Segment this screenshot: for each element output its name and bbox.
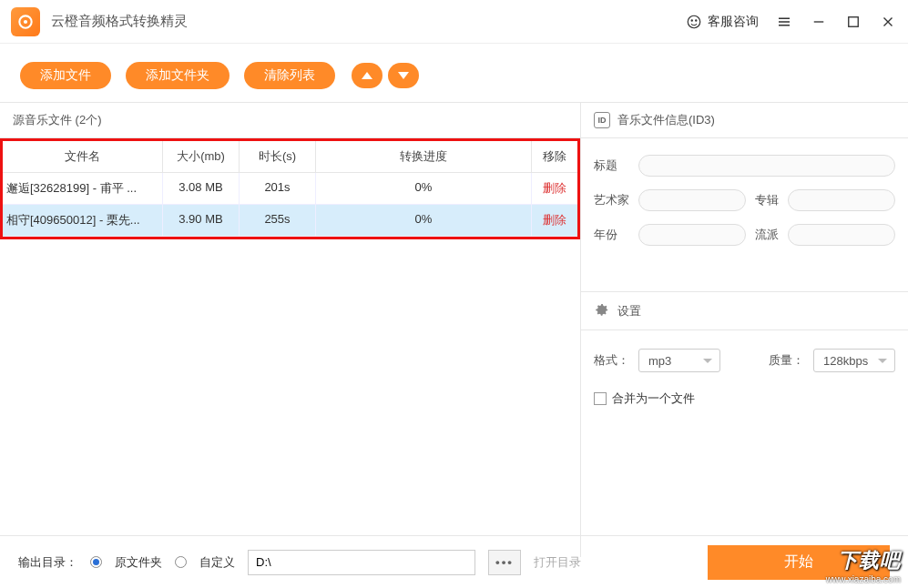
browse-button[interactable]: ••• — [488, 550, 521, 575]
col-progress: 转换进度 — [316, 141, 532, 172]
table-row[interactable]: 邂逅[32628199] - 甫平 ... 3.08 MB 201s 0% 删除 — [3, 173, 577, 205]
genre-field[interactable] — [788, 224, 895, 246]
title-field[interactable] — [638, 155, 895, 177]
output-dir-label: 输出目录： — [18, 554, 77, 571]
support-button[interactable]: 客服咨询 — [686, 14, 759, 30]
album-field[interactable] — [788, 189, 895, 211]
cell-duration: 255s — [240, 205, 316, 236]
year-label: 年份 — [594, 227, 629, 243]
radio-original-folder[interactable] — [90, 556, 102, 568]
format-select[interactable]: mp3 — [638, 349, 720, 372]
svg-point-2 — [688, 15, 700, 28]
titlebar: 云橙音频格式转换精灵 客服咨询 — [0, 0, 908, 44]
support-label: 客服咨询 — [708, 14, 759, 30]
cell-filename: 邂逅[32628199] - 甫平 ... — [3, 173, 163, 204]
add-folder-button[interactable]: 添加文件夹 — [126, 62, 230, 89]
quality-label: 质量： — [769, 352, 804, 369]
move-down-button[interactable] — [388, 63, 419, 88]
open-dir-link[interactable]: 打开目录 — [534, 554, 581, 571]
radio-custom[interactable] — [175, 556, 187, 568]
close-icon[interactable] — [879, 13, 897, 31]
settings-panel: 设置 格式： mp3 质量： 128kbps 合并为一个文件 — [581, 291, 908, 425]
id-badge-icon: ID — [594, 112, 610, 128]
svg-point-1 — [24, 19, 27, 23]
artist-label: 艺术家 — [594, 192, 629, 208]
left-panel: 源音乐文件 (2个) 文件名 大小(mb) 时长(s) 转换进度 移除 邂逅[3… — [0, 102, 580, 557]
cell-size: 3.90 MB — [163, 205, 240, 236]
col-filename: 文件名 — [3, 141, 163, 172]
add-file-button[interactable]: 添加文件 — [20, 62, 111, 89]
title-label: 标题 — [594, 157, 629, 174]
cell-filename: 相守[409650012] - 栗先... — [3, 205, 163, 236]
delete-button[interactable]: 删除 — [532, 205, 577, 236]
merge-label: 合并为一个文件 — [612, 390, 695, 407]
original-folder-label: 原文件夹 — [115, 554, 162, 571]
merge-checkbox-row[interactable]: 合并为一个文件 — [594, 390, 895, 407]
col-remove: 移除 — [532, 141, 577, 172]
bottom-bar: 输出目录： 原文件夹 自定义 ••• 打开目录 开始 — [0, 535, 908, 588]
col-size: 大小(mb) — [163, 141, 240, 172]
right-panel: ID 音乐文件信息(ID3) 标题 艺术家 专辑 年份 流派 设置 格式： mp… — [580, 102, 908, 557]
app-logo-icon — [11, 7, 40, 36]
file-table: 文件名 大小(mb) 时长(s) 转换进度 移除 邂逅[32628199] - … — [0, 138, 580, 239]
clear-list-button[interactable]: 清除列表 — [244, 62, 335, 89]
genre-label: 流派 — [755, 227, 779, 243]
custom-label: 自定义 — [199, 554, 235, 571]
col-duration: 时长(s) — [240, 141, 316, 172]
settings-header: 设置 — [581, 292, 908, 330]
album-label: 专辑 — [755, 192, 779, 208]
svg-rect-5 — [849, 16, 859, 26]
cell-progress: 0% — [316, 205, 532, 236]
year-field[interactable] — [638, 224, 746, 246]
gear-icon — [594, 301, 610, 320]
id3-form: 标题 艺术家 专辑 年份 流派 — [581, 138, 908, 255]
menu-icon[interactable] — [775, 13, 793, 31]
svg-point-3 — [691, 19, 692, 20]
artist-field[interactable] — [638, 189, 746, 211]
merge-checkbox[interactable] — [594, 392, 607, 405]
cell-duration: 201s — [240, 173, 316, 204]
app-title: 云橙音频格式转换精灵 — [51, 13, 188, 30]
minimize-icon[interactable] — [810, 13, 828, 31]
quality-select[interactable]: 128kbps — [813, 349, 895, 372]
output-path-input[interactable] — [248, 550, 475, 575]
cell-progress: 0% — [316, 173, 532, 204]
table-header: 文件名 大小(mb) 时长(s) 转换进度 移除 — [3, 138, 577, 173]
delete-button[interactable]: 删除 — [532, 173, 577, 204]
toolbar: 添加文件 添加文件夹 清除列表 — [0, 44, 908, 102]
main: 源音乐文件 (2个) 文件名 大小(mb) 时长(s) 转换进度 移除 邂逅[3… — [0, 102, 908, 557]
svg-point-4 — [696, 19, 697, 20]
format-label: 格式： — [594, 352, 629, 369]
maximize-icon[interactable] — [844, 13, 862, 31]
id3-header: ID 音乐文件信息(ID3) — [581, 103, 908, 138]
move-up-button[interactable] — [352, 63, 383, 88]
source-files-header: 源音乐文件 (2个) — [0, 103, 580, 138]
start-button[interactable]: 开始 — [708, 545, 890, 580]
table-row[interactable]: 相守[409650012] - 栗先... 3.90 MB 255s 0% 删除 — [3, 205, 577, 237]
cell-size: 3.08 MB — [163, 173, 240, 204]
